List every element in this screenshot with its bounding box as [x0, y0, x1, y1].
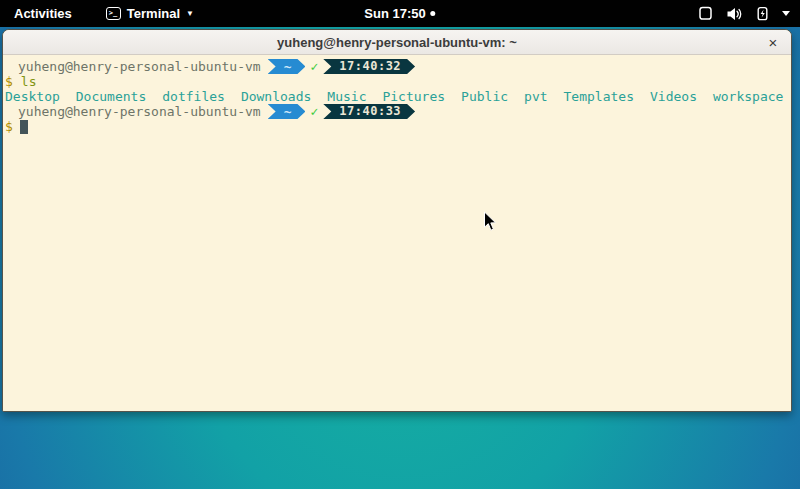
chevron-down-icon	[782, 11, 790, 16]
directory-name: Pictures	[382, 89, 445, 104]
app-menu-terminal[interactable]: >_ Terminal ▼	[106, 6, 194, 21]
directory-name: Public	[461, 89, 508, 104]
terminal-cursor	[20, 120, 28, 134]
prompt-user: yuheng@henry-personal-ubuntu-vm	[18, 104, 261, 119]
directory-name: Documents	[76, 89, 146, 104]
app-menu-label: Terminal	[127, 6, 180, 21]
directory-name: dotfiles	[162, 89, 225, 104]
prompt-time-segment: 17:40:32	[323, 59, 415, 74]
close-button[interactable]: ×	[761, 30, 785, 54]
terminal-icon: >_	[106, 7, 121, 20]
top-bar: Activities >_ Terminal ▼ Sun 17:50	[0, 0, 800, 27]
window-title: yuheng@henry-personal-ubuntu-vm: ~	[277, 35, 517, 50]
directory-name: pvt	[524, 89, 547, 104]
command-line: $ ls	[3, 74, 791, 89]
prompt-line-1: yuheng@henry-personal-ubuntu-vm ~ ✓ 17:4…	[3, 59, 791, 74]
prompt-dollar: $	[5, 74, 13, 89]
activities-button[interactable]: Activities	[10, 4, 76, 23]
prompt-dollar: $	[5, 119, 13, 134]
prompt-path-segment: ~	[268, 59, 306, 74]
terminal-screen[interactable]: yuheng@henry-personal-ubuntu-vm ~ ✓ 17:4…	[3, 56, 791, 411]
check-icon: ✓	[310, 104, 318, 119]
directory-name: workspace	[713, 89, 783, 104]
window-titlebar[interactable]: yuheng@henry-personal-ubuntu-vm: ~ ×	[3, 30, 791, 55]
clock-button[interactable]: Sun 17:50	[364, 0, 435, 27]
desktop: { "topbar": { "activities": "Activities"…	[0, 0, 800, 489]
prompt-time-segment: 17:40:33	[323, 104, 415, 119]
input-line: $	[3, 119, 791, 134]
directory-name: Downloads	[241, 89, 311, 104]
chevron-down-icon: ▼	[186, 10, 194, 18]
volume-icon	[726, 7, 743, 21]
display-icon	[698, 6, 713, 21]
clock-label: Sun 17:50	[364, 6, 425, 21]
ls-output-line: DesktopDocumentsdotfilesDownloadsMusicPi…	[3, 89, 791, 104]
check-icon: ✓	[310, 59, 318, 74]
directory-name: Templates	[564, 89, 634, 104]
prompt-path-segment: ~	[268, 104, 306, 119]
directory-name: Desktop	[5, 89, 60, 104]
notification-dot-icon	[431, 11, 436, 16]
system-tray[interactable]	[698, 0, 790, 27]
directory-name: Music	[327, 89, 366, 104]
command-text: ls	[21, 74, 37, 89]
terminal-window: yuheng@henry-personal-ubuntu-vm: ~ × yuh…	[2, 29, 792, 412]
directory-name: Videos	[650, 89, 697, 104]
prompt-user: yuheng@henry-personal-ubuntu-vm	[18, 59, 261, 74]
prompt-line-2: yuheng@henry-personal-ubuntu-vm ~ ✓ 17:4…	[3, 104, 791, 119]
battery-charging-icon	[756, 6, 769, 21]
